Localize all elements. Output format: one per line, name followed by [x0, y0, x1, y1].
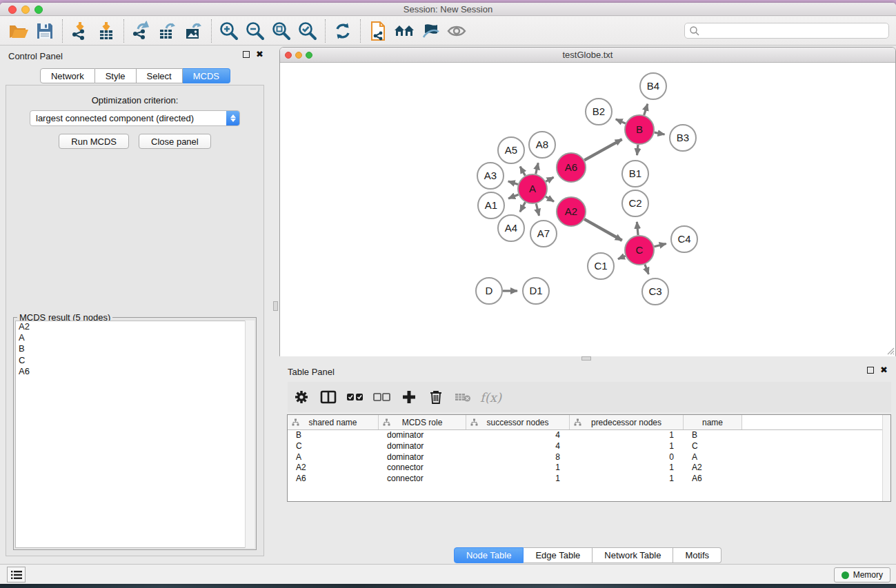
- node-label-B4: B4: [647, 80, 659, 92]
- search-input[interactable]: [684, 23, 889, 39]
- edge-C-C3[interactable]: [645, 265, 648, 274]
- table-row[interactable]: A6connector11A6: [288, 474, 890, 485]
- tab-select[interactable]: Select: [137, 68, 183, 83]
- column-header-successor-nodes[interactable]: successor nodes: [466, 415, 570, 429]
- select-all-button[interactable]: [341, 384, 368, 410]
- column-header-predecessor-nodes[interactable]: predecessor nodes: [570, 415, 684, 429]
- criterion-select[interactable]: largest connected component (directed): [30, 110, 240, 126]
- zoom-out-button[interactable]: [242, 19, 268, 43]
- tab-style[interactable]: Style: [95, 68, 137, 83]
- tab-mcds[interactable]: MCDS: [183, 68, 230, 83]
- edge-A-A6[interactable]: [546, 177, 553, 181]
- node-label-A7: A7: [537, 227, 550, 239]
- deselect-all-button[interactable]: [368, 384, 395, 410]
- import-table-button[interactable]: [93, 19, 119, 43]
- tab-edge-table[interactable]: Edge Table: [524, 547, 593, 563]
- column-header-name[interactable]: name: [684, 415, 742, 429]
- edge-A-A5[interactable]: [520, 167, 525, 176]
- edge-B-B2[interactable]: [616, 119, 626, 123]
- result-item[interactable]: C: [16, 355, 254, 366]
- export-network-button[interactable]: [128, 19, 155, 43]
- table-close-panel-icon[interactable]: ✖: [880, 367, 888, 374]
- result-scrollbar[interactable]: [245, 321, 255, 548]
- function-builder-button[interactable]: f(x): [476, 384, 503, 410]
- column-header-MCDS-role[interactable]: MCDS role: [379, 415, 466, 429]
- import-network-button[interactable]: [67, 19, 93, 43]
- result-item[interactable]: B: [16, 343, 254, 354]
- table-scrollbar[interactable]: [882, 415, 890, 501]
- zoom-fit-button[interactable]: [268, 19, 295, 43]
- edge-B-B1[interactable]: [637, 145, 638, 155]
- memory-label: Memory: [853, 570, 883, 580]
- session-from-network-button[interactable]: [365, 19, 391, 43]
- zoom-selected-button[interactable]: [295, 19, 321, 43]
- control-panel: Control Panel ✖ NetworkStyleSelectMCDS O…: [0, 45, 270, 564]
- show-graphics-details-button[interactable]: [444, 19, 470, 43]
- tab-network[interactable]: Network: [40, 68, 95, 83]
- node-label-A4: A4: [505, 222, 517, 234]
- memory-button[interactable]: Memory: [834, 567, 890, 582]
- edge-C-C4[interactable]: [654, 243, 666, 246]
- edge-A6-B[interactable]: [584, 139, 621, 160]
- horizontal-splitter-handle[interactable]: [581, 356, 591, 361]
- float-panel-icon[interactable]: [243, 51, 250, 58]
- save-session-button[interactable]: [32, 19, 58, 43]
- status-bar: Memory: [0, 564, 896, 584]
- network-window-titlebar[interactable]: testGlobe.txt: [280, 48, 895, 63]
- resize-grip-icon[interactable]: [886, 346, 895, 355]
- zoom-selected-icon: [297, 21, 318, 41]
- edge-C-C1[interactable]: [618, 256, 626, 258]
- delete-table-icon: [455, 392, 471, 403]
- add-column-button[interactable]: [395, 384, 422, 410]
- table-row[interactable]: Adominator80A: [288, 452, 890, 463]
- node-label-C: C: [636, 244, 644, 256]
- edge-C-C2[interactable]: [637, 222, 638, 235]
- edge-A-A2[interactable]: [546, 196, 554, 201]
- desktop: Session: New Session: [0, 0, 896, 588]
- column-header-shared-name[interactable]: shared name: [288, 415, 379, 429]
- node-label-D: D: [486, 285, 493, 296]
- home-templates-button[interactable]: [391, 19, 417, 43]
- table-row[interactable]: Cdominator41C: [288, 441, 890, 452]
- result-item[interactable]: A2: [16, 321, 254, 332]
- edge-A-A1[interactable]: [508, 194, 519, 199]
- delete-column-button[interactable]: [422, 384, 449, 410]
- tab-motifs[interactable]: Motifs: [673, 547, 721, 563]
- edge-A-A8[interactable]: [536, 163, 539, 174]
- table-row[interactable]: Bdominator41B: [288, 430, 890, 441]
- close-panel-button[interactable]: Close panel: [139, 134, 211, 149]
- node-label-A6: A6: [565, 161, 577, 173]
- left-splitter-handle[interactable]: [273, 301, 278, 311]
- edge-A-A3[interactable]: [508, 181, 518, 184]
- window-titlebar: Session: New Session: [0, 3, 896, 16]
- result-item[interactable]: A6: [16, 366, 254, 377]
- edge-A-A4[interactable]: [520, 202, 526, 212]
- table-toolbar: f(x): [288, 382, 891, 412]
- edge-B-B4[interactable]: [644, 104, 648, 115]
- open-session-button[interactable]: [6, 19, 32, 43]
- result-item[interactable]: A: [16, 332, 254, 343]
- refresh-layout-button[interactable]: [330, 19, 356, 43]
- node-label-C4: C4: [677, 233, 690, 245]
- edge-B-B3[interactable]: [655, 132, 665, 134]
- memory-status-icon: [842, 571, 849, 579]
- network-canvas-svg[interactable]: AA1A2A3A4A5A6A7A8BB1B2B3B4CC1C2C3C4DD1: [280, 63, 895, 356]
- tab-node-table[interactable]: Node Table: [454, 547, 524, 563]
- tab-network-table[interactable]: Network Table: [593, 547, 673, 563]
- close-panel-icon[interactable]: ✖: [256, 51, 263, 58]
- zoom-in-button[interactable]: [216, 19, 242, 43]
- delete-table-button[interactable]: [449, 384, 476, 410]
- table-row[interactable]: A2connector11A2: [288, 463, 890, 474]
- node-label-B: B: [636, 123, 643, 135]
- task-history-button[interactable]: [7, 567, 26, 582]
- table-float-panel-icon[interactable]: [867, 367, 874, 374]
- edge-A-A7[interactable]: [536, 203, 539, 215]
- edge-A2-C[interactable]: [584, 219, 622, 241]
- run-mcds-button[interactable]: Run MCDS: [59, 134, 129, 149]
- table-settings-button[interactable]: [288, 384, 315, 410]
- show-columns-button[interactable]: [315, 384, 341, 410]
- trash-icon: [429, 389, 443, 405]
- export-table-button[interactable]: [155, 19, 181, 43]
- hide-graphics-details-button[interactable]: [417, 19, 444, 43]
- export-image-button[interactable]: [181, 19, 207, 43]
